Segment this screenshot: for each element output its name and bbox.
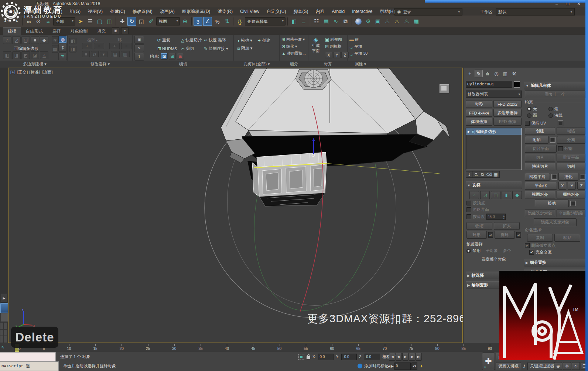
smooth-30-button[interactable]: ◡平滑 30: [349, 50, 368, 57]
repeat-button[interactable]: ⟳重复: [156, 37, 179, 44]
view-align-button[interactable]: 视图对齐: [525, 191, 555, 198]
make-planar-button[interactable]: ◈ 生成 平面: [310, 36, 322, 54]
align-icon[interactable]: ≣: [299, 17, 308, 26]
trackbar-filter-icon[interactable]: ∿: [1, 345, 4, 350]
use-displacement-button[interactable]: ▲使用置换...: [281, 50, 306, 57]
modifier-list-dropdown[interactable]: 修改器列表 ▾: [466, 91, 522, 98]
ring-grow-icon[interactable]: ＋: [109, 43, 120, 49]
constraint-none-icon[interactable]: ⊠: [161, 53, 168, 59]
poly-tool-icon[interactable]: ◬: [40, 51, 48, 59]
vol-select-modifier-button[interactable]: 体积选择: [466, 118, 492, 126]
ring-spinner[interactable]: ▴▾: [488, 232, 493, 238]
snaps-toggle-icon[interactable]: 3: [194, 17, 202, 26]
delete-isolated-vertices-checkbox[interactable]: [525, 243, 530, 248]
polygon-subobject-icon[interactable]: ▮: [502, 191, 511, 199]
display-panel-tab[interactable]: ▥: [501, 70, 509, 77]
frame-next-icon[interactable]: ▶: [391, 364, 394, 368]
menu-modifiers[interactable]: 修改器(M): [129, 7, 156, 16]
named-selection-sets-dropdown[interactable]: 创建选择集: [245, 17, 286, 25]
poly-tool-icon[interactable]: ◨: [12, 51, 21, 59]
object-name-field[interactable]: [466, 81, 512, 88]
dock-cell[interactable]: [4, 323, 7, 329]
ribbon-config-icon[interactable]: ▣: [112, 27, 119, 34]
add-time-tag[interactable]: 添加时间标记: [364, 363, 389, 369]
ignore-backfacing-checkbox[interactable]: [466, 207, 471, 212]
copy-button[interactable]: 复制: [527, 234, 553, 242]
ffd4-modifier-button[interactable]: FFD 4x4x4: [466, 109, 492, 117]
dock-cell[interactable]: [4, 336, 7, 343]
show-end-result-icon[interactable]: ⚗: [473, 171, 479, 177]
dock-cell[interactable]: [0, 323, 3, 329]
ribbon-minimize-icon[interactable]: ▾: [121, 27, 129, 34]
constraint-normal-radio[interactable]: [548, 113, 553, 118]
rendered-frame-window-icon[interactable]: ▣: [373, 17, 382, 26]
configure-modifier-sets-icon[interactable]: ▦: [493, 171, 499, 177]
angle-snap-icon[interactable]: ∠: [203, 17, 212, 26]
preserve-uv-checkbox[interactable]: [525, 121, 530, 126]
reference-coordinate-dropdown[interactable]: 视图: [156, 17, 180, 25]
group-label[interactable]: 细分: [280, 61, 308, 68]
ribbon-tab-selection[interactable]: 选择: [48, 27, 66, 35]
attach-button[interactable]: 附加: [525, 136, 548, 144]
use-pivot-center-icon[interactable]: ⊕: [181, 17, 189, 26]
menu-animation[interactable]: 动画(A): [156, 7, 178, 16]
select-and-scale-icon[interactable]: ◱: [137, 17, 146, 26]
pin-stack-icon[interactable]: ↧: [58, 44, 67, 52]
hide-unselected-button[interactable]: 隐藏未选定对象: [534, 218, 577, 226]
motion-panel-tab[interactable]: ◎: [492, 70, 500, 77]
dock-thumbnail[interactable]: [0, 313, 8, 322]
workspace-switcher[interactable]: 工作区: 默认 ▾: [480, 8, 575, 16]
selection-lock-icon[interactable]: [307, 356, 310, 359]
expand-arrow-icon[interactable]: ▶: [468, 130, 470, 133]
slice-button[interactable]: 切片: [525, 154, 555, 161]
menu-arnold[interactable]: Arnold: [328, 7, 348, 16]
dock-cell[interactable]: [0, 336, 3, 343]
ring-button[interactable]: 环形: [466, 231, 487, 239]
quickslice-button[interactable]: ◬快速切片: [180, 37, 202, 44]
swift-loop-button[interactable]: ∾快速 循环: [202, 37, 234, 44]
group-label[interactable]: 多边形建模 ▾: [2, 61, 67, 68]
tweak-icon[interactable]: ✎: [134, 44, 144, 52]
ring-mode-icon[interactable]: ▤: [111, 51, 120, 57]
align-y-button[interactable]: Y: [333, 52, 341, 58]
constraint-face-radio[interactable]: [527, 113, 531, 118]
preview-multiple-option[interactable]: 多个: [503, 248, 511, 253]
viewport-corner-widget[interactable]: [440, 84, 449, 93]
viewport[interactable]: ↻ [+] [正交] [标准] [边面] 更多3DMAX资源扣群：252-896…: [8, 68, 463, 343]
z-coordinate-field[interactable]: [365, 354, 380, 360]
hide-selected-button[interactable]: 隐藏选定对象: [525, 210, 555, 217]
key-filter-icon[interactable]: ⚷: [523, 364, 526, 369]
pan-icon[interactable]: ✥: [563, 362, 571, 370]
ribbon-tab-object-paint[interactable]: 对象绘制: [66, 27, 92, 35]
render-production-icon[interactable]: ♨: [383, 17, 392, 26]
maxscript-listener-label[interactable]: MAXScript 迷: [0, 361, 59, 371]
nurms-button[interactable]: ⊞NURMS: [156, 45, 179, 52]
viewport-label[interactable]: [+] [正交] [标准] [边面]: [10, 69, 53, 75]
pin-stack-icon[interactable]: ↧: [466, 171, 473, 177]
polygon-mode-icon[interactable]: ■: [31, 36, 39, 44]
curve-editor-icon[interactable]: ∿: [331, 17, 340, 26]
go-to-end-icon[interactable]: ▶|: [416, 353, 422, 361]
open-in-arnold-icon[interactable]: ▦: [412, 17, 421, 26]
meshsmooth-button[interactable]: 网格平滑: [525, 173, 550, 181]
material-editor-icon[interactable]: ◍: [355, 18, 362, 25]
hard-edges-button[interactable]: ▬硬: [349, 36, 368, 43]
select-and-rotate-icon[interactable]: ↻: [127, 17, 136, 26]
border-subobject-icon[interactable]: ▢: [491, 191, 500, 199]
full-interactivity-checkbox[interactable]: [529, 250, 534, 255]
edit-named-sets-icon[interactable]: {}: [235, 17, 244, 26]
preview-disable-radio[interactable]: [466, 249, 471, 253]
poly-tool-icon[interactable]: ◧: [3, 51, 11, 59]
attach-button[interactable]: ⧈附加 ▾: [236, 45, 254, 52]
rollout-subdivision-displacement[interactable]: ▶细分置换: [524, 259, 586, 266]
cut-button[interactable]: 切割: [557, 163, 585, 170]
toggle-command-panel-icon[interactable]: ◍: [58, 35, 67, 43]
planar-y-button[interactable]: Y: [568, 182, 576, 190]
constraint-none-radio[interactable]: [527, 107, 531, 111]
remove-modifier-icon[interactable]: ⌫: [486, 171, 493, 177]
group-label[interactable]: 修改选择 ▾: [68, 61, 132, 68]
modifier-stack[interactable]: ▶ 可编辑多边形: [466, 128, 522, 170]
ring-shrink-icon[interactable]: －: [121, 43, 131, 49]
edge-mode-icon[interactable]: ◿: [12, 36, 21, 44]
stack-item-editable-poly[interactable]: ▶ 可编辑多边形: [466, 128, 522, 135]
